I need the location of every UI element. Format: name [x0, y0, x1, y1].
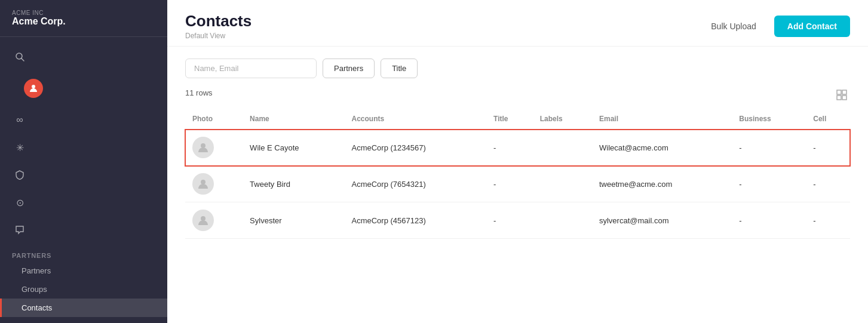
filter-row: Partners Title — [185, 59, 850, 78]
contact-accounts: AcmeCorp (4567123) — [345, 202, 487, 239]
sidebar-search[interactable] — [0, 43, 167, 70]
partners-filter-button[interactable]: Partners — [323, 59, 375, 78]
page-subtitle: Default View — [185, 32, 251, 40]
rows-count: 11 rows — [185, 88, 213, 97]
svg-point-7 — [201, 143, 206, 148]
bulk-upload-button[interactable]: Bulk Upload — [701, 17, 766, 36]
contact-avatar — [192, 137, 214, 158]
contact-business: - — [732, 202, 806, 239]
shield-icon — [12, 167, 27, 183]
contact-labels — [533, 130, 592, 166]
page-title: Contacts — [185, 12, 251, 30]
contact-cell: - — [806, 130, 850, 166]
col-email: Email — [592, 111, 732, 130]
title-section: Contacts Default View — [185, 12, 251, 40]
contact-cell: - — [806, 166, 850, 202]
partners-section-label: PARTNERS — [0, 244, 167, 262]
col-cell: Cell — [806, 111, 850, 130]
contact-email: sylvercat@mail.com — [592, 202, 732, 239]
contact-photo-cell — [185, 202, 243, 239]
brand-section: ACME INC Acme Corp. — [0, 0, 167, 37]
col-photo: Photo — [185, 111, 243, 130]
col-labels: Labels — [533, 111, 592, 130]
integrations-icon: ∞ — [12, 112, 27, 128]
search-icon — [12, 49, 27, 64]
col-title: Title — [486, 111, 533, 130]
sidebar-security[interactable] — [0, 161, 167, 189]
contact-photo-cell — [185, 166, 243, 202]
users-icon: ⊙ — [12, 195, 27, 210]
contact-title: - — [486, 202, 533, 239]
sidebar-integrations[interactable]: ∞ — [0, 106, 167, 134]
contact-name: Wile E Cayote — [243, 130, 344, 166]
contact-labels — [533, 202, 592, 239]
sidebar-users[interactable]: ⊙ — [0, 189, 167, 216]
contact-photo-cell — [185, 130, 243, 166]
content-area: Partners Title 11 rows Photo — [167, 47, 868, 323]
contact-title: - — [486, 166, 533, 202]
contact-business: - — [732, 166, 806, 202]
user-avatar — [24, 79, 43, 98]
svg-point-2 — [32, 85, 35, 88]
table-row[interactable]: Tweety BirdAcmeCorp (7654321)-tweetme@ac… — [185, 166, 850, 202]
sidebar-widgets[interactable]: ✳ — [0, 134, 167, 161]
col-name: Name — [243, 111, 344, 130]
grid-view-toggle[interactable] — [833, 88, 850, 105]
chat-icon — [12, 222, 27, 238]
contact-accounts: AcmeCorp (1234567) — [345, 130, 487, 166]
svg-point-9 — [201, 216, 206, 221]
contact-avatar — [192, 173, 214, 195]
title-filter-button[interactable]: Title — [381, 59, 418, 78]
contact-avatar — [192, 210, 214, 231]
svg-line-1 — [22, 59, 24, 61]
contact-cell: - — [806, 202, 850, 239]
sidebar-item-contacts[interactable]: Contacts — [0, 299, 167, 317]
col-business: Business — [732, 111, 806, 130]
table-row[interactable]: Wile E CayoteAcmeCorp (1234567)-Wilecat@… — [185, 130, 850, 166]
sidebar: ACME INC Acme Corp. ∞ — [0, 0, 167, 323]
col-accounts: Accounts — [345, 111, 487, 130]
contact-name: Tweety Bird — [243, 166, 344, 202]
add-contact-button[interactable]: Add Contact — [774, 16, 850, 37]
company-name: Acme Corp. — [12, 16, 155, 27]
contact-business: - — [732, 130, 806, 166]
contact-title: - — [486, 130, 533, 166]
svg-rect-5 — [837, 96, 841, 100]
svg-rect-3 — [837, 90, 841, 94]
contact-accounts: AcmeCorp (7654321) — [345, 166, 487, 202]
svg-rect-4 — [842, 90, 846, 94]
sidebar-nav: ∞ ✳ ⊙ PARTNERS Part — [0, 37, 167, 323]
table-row[interactable]: SylvesterAcmeCorp (4567123)-sylvercat@ma… — [185, 202, 850, 239]
page-header: Contacts Default View Bulk Upload Add Co… — [167, 0, 868, 47]
search-input[interactable] — [185, 59, 317, 78]
contact-email: Wilecat@acme.com — [592, 130, 732, 166]
sidebar-item-groups[interactable]: Groups — [0, 280, 167, 299]
main-content: Contacts Default View Bulk Upload Add Co… — [167, 0, 868, 323]
contact-email: tweetme@acme.com — [592, 166, 732, 202]
contacts-table: Photo Name Accounts Title Labels Email B… — [185, 111, 850, 239]
table-header-row: Photo Name Accounts Title Labels Email B… — [185, 111, 850, 130]
sidebar-item-partners[interactable]: Partners — [0, 262, 167, 280]
grid-icon — [836, 89, 848, 101]
header-actions: Bulk Upload Add Contact — [701, 16, 850, 37]
contact-labels — [533, 166, 592, 202]
sidebar-item-newsletters[interactable]: Newsletters — [0, 317, 167, 323]
svg-rect-6 — [842, 96, 846, 100]
svg-point-8 — [201, 180, 206, 184]
contact-name: Sylvester — [243, 202, 344, 239]
company-sub: ACME INC — [12, 10, 155, 16]
user-avatar-row — [0, 70, 167, 106]
sidebar-messages[interactable] — [0, 216, 167, 244]
contacts-table-wrapper: Photo Name Accounts Title Labels Email B… — [185, 111, 850, 239]
puzzle-icon: ✳ — [12, 140, 27, 155]
